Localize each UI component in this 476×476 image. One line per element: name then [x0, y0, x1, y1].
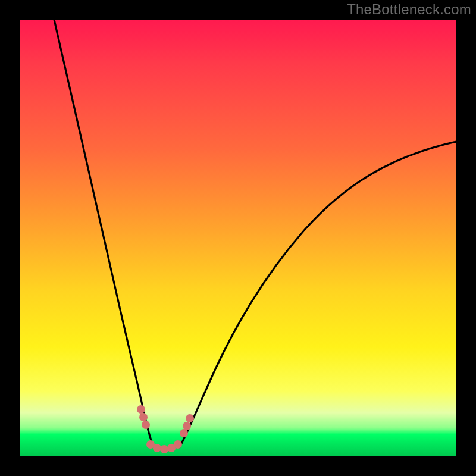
svg-point-10 [186, 414, 194, 422]
trough-dots [137, 405, 194, 453]
svg-point-8 [180, 429, 188, 437]
chart-frame: TheBottleneck.com [0, 0, 476, 476]
svg-point-2 [142, 421, 150, 429]
left-arm-path [54, 20, 155, 448]
plot-area [20, 20, 456, 456]
svg-point-4 [153, 444, 161, 452]
svg-point-5 [160, 445, 168, 453]
svg-point-7 [174, 440, 182, 449]
svg-point-1 [139, 413, 148, 421]
watermark-text: TheBottleneck.com [347, 1, 471, 18]
svg-point-9 [183, 422, 191, 430]
right-arm-path [179, 142, 456, 448]
svg-point-0 [137, 405, 145, 414]
curve-layer [20, 20, 456, 456]
